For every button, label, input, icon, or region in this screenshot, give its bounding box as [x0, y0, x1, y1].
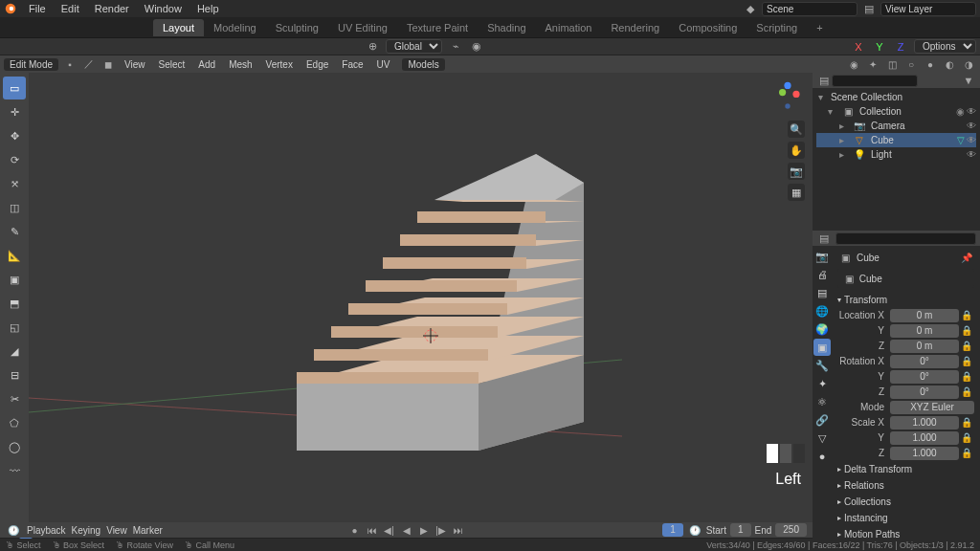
- keyframe-next-icon[interactable]: |▶: [434, 522, 449, 538]
- timeline-editor-icon[interactable]: 🕐: [6, 522, 21, 538]
- orientation-select[interactable]: Global: [386, 39, 442, 54]
- tab-sculpting[interactable]: Sculpting: [266, 19, 328, 36]
- eye-icon[interactable]: 👁: [967, 121, 976, 131]
- tool-smooth[interactable]: 〰: [3, 459, 26, 482]
- camera-view-icon[interactable]: 📷: [788, 163, 805, 180]
- ptab-physics[interactable]: ⚛: [813, 393, 831, 410]
- locy-field[interactable]: 0 m: [890, 324, 959, 338]
- menu-help[interactable]: Help: [189, 1, 227, 16]
- vertex-select-icon[interactable]: ▪: [62, 56, 78, 72]
- cube-row[interactable]: Cube: [871, 135, 894, 145]
- jump-start-icon[interactable]: ⏮: [365, 522, 380, 538]
- ptab-material[interactable]: ●: [813, 448, 831, 465]
- scz-field[interactable]: 1.000: [890, 447, 959, 460]
- play-reverse-icon[interactable]: ◀: [399, 522, 414, 538]
- nav-gizmo[interactable]: [770, 80, 805, 115]
- rotx-field[interactable]: 0°: [890, 355, 959, 368]
- filter-icon[interactable]: ▼: [961, 73, 976, 88]
- lock-icon[interactable]: 🔒: [959, 430, 974, 446]
- tab-layout[interactable]: Layout: [153, 19, 204, 36]
- lock-icon[interactable]: 🔒: [959, 369, 974, 385]
- lock-icon[interactable]: 🔒: [959, 415, 974, 430]
- tab-add[interactable]: +: [807, 19, 832, 36]
- play-icon[interactable]: ▶: [416, 522, 432, 538]
- current-frame-field[interactable]: 1: [662, 523, 683, 537]
- mesh-data-icon[interactable]: ▽: [957, 135, 965, 145]
- jump-end-icon[interactable]: ⏭: [451, 522, 466, 538]
- tool-bevel[interactable]: ◢: [3, 340, 26, 363]
- clock-icon[interactable]: 🕐: [687, 522, 702, 538]
- viewlayer-name-field[interactable]: [880, 2, 976, 16]
- tab-shading[interactable]: Shading: [478, 19, 535, 36]
- locz-field[interactable]: 0 m: [890, 340, 959, 353]
- menu-window[interactable]: Window: [137, 1, 189, 16]
- rotz-field[interactable]: 0°: [890, 386, 959, 399]
- menu-uv[interactable]: UV: [372, 57, 395, 72]
- overlays-icon[interactable]: ◉: [846, 56, 861, 72]
- tab-texturepaint[interactable]: Texture Paint: [397, 19, 478, 36]
- view-menu[interactable]: View: [106, 525, 127, 536]
- tool-add-cube[interactable]: ▣: [3, 268, 26, 291]
- ptab-output[interactable]: 🖨: [813, 266, 831, 283]
- outliner-search[interactable]: [832, 75, 918, 87]
- lock-icon[interactable]: 🔒: [959, 446, 974, 461]
- tab-uvediting[interactable]: UV Editing: [328, 19, 397, 36]
- start-frame-field[interactable]: 1: [730, 523, 751, 537]
- keying-menu[interactable]: Keying: [72, 525, 101, 536]
- scy-field[interactable]: 1.000: [890, 431, 959, 445]
- snap-toggle-icon[interactable]: ⌁: [448, 39, 463, 55]
- menu-view[interactable]: View: [120, 57, 150, 72]
- zoom-icon[interactable]: 🔍: [788, 121, 805, 138]
- ptab-mesh[interactable]: ▽: [813, 430, 831, 447]
- ptab-world[interactable]: 🌍: [813, 320, 831, 338]
- instancing-section[interactable]: Instancing: [837, 510, 974, 526]
- scene-name-field[interactable]: [762, 2, 858, 16]
- lock-icon[interactable]: 🔒: [959, 339, 974, 354]
- shading-matprev-icon[interactable]: ◐: [942, 56, 957, 72]
- xray-icon[interactable]: ◫: [884, 56, 900, 72]
- lock-icon[interactable]: 🔒: [959, 354, 974, 369]
- tool-polybuild[interactable]: ⬠: [3, 411, 26, 434]
- proportional-edit-icon[interactable]: ◉: [469, 39, 484, 55]
- tool-scale[interactable]: ⤧: [3, 172, 26, 195]
- shading-solid-icon[interactable]: ●: [923, 56, 938, 72]
- menu-mesh[interactable]: Mesh: [224, 57, 256, 72]
- face-select-icon[interactable]: ◼: [100, 56, 116, 72]
- ptab-modifier[interactable]: 🔧: [813, 357, 831, 374]
- gizmo-icon[interactable]: ✦: [865, 56, 880, 72]
- transform-section[interactable]: Transform: [837, 292, 974, 308]
- tool-annotate[interactable]: ✎: [3, 220, 26, 243]
- models-select[interactable]: Models: [402, 58, 444, 71]
- tab-compositing[interactable]: Compositing: [669, 19, 746, 36]
- tool-knife[interactable]: ✂: [3, 387, 26, 410]
- tool-transform[interactable]: ◫: [3, 196, 26, 219]
- tool-loopcut[interactable]: ⊟: [3, 364, 26, 386]
- autokey-icon[interactable]: ●: [347, 522, 363, 538]
- tool-move[interactable]: ✥: [3, 124, 26, 147]
- menu-select[interactable]: Select: [154, 57, 190, 72]
- outliner-editor-icon[interactable]: ▤: [816, 73, 832, 88]
- options-dropdown[interactable]: Options: [914, 39, 976, 54]
- menu-vertex[interactable]: Vertex: [261, 57, 298, 72]
- collections-section[interactable]: Collections: [837, 494, 974, 510]
- tool-inset[interactable]: ◱: [3, 316, 26, 339]
- delta-transform-section[interactable]: Delta Transform: [837, 461, 974, 477]
- playback-menu[interactable]: Playback: [27, 525, 66, 536]
- tab-animation[interactable]: Animation: [536, 19, 602, 36]
- props-editor-icon[interactable]: ▤: [816, 231, 832, 246]
- tab-rendering[interactable]: Rendering: [601, 19, 669, 36]
- menu-file[interactable]: File: [21, 1, 54, 16]
- perspective-toggle-icon[interactable]: ▦: [788, 184, 805, 201]
- pan-hand-icon[interactable]: ✋: [788, 142, 805, 159]
- ptab-particles[interactable]: ✦: [813, 375, 831, 392]
- marker-menu[interactable]: Marker: [133, 525, 163, 536]
- lock-icon[interactable]: 🔒: [959, 308, 974, 323]
- eye-icon[interactable]: 👁: [967, 106, 976, 117]
- 3d-viewport[interactable]: 🔍 ✋ 📷 ▦ Left: [29, 73, 813, 522]
- shading-wire-icon[interactable]: ○: [903, 56, 919, 72]
- edge-select-icon[interactable]: ／: [81, 56, 97, 72]
- roty-field[interactable]: 0°: [890, 370, 959, 384]
- tab-scripting[interactable]: Scripting: [746, 19, 807, 36]
- ptab-scene[interactable]: 🌐: [813, 302, 831, 320]
- tool-cursor[interactable]: ✛: [3, 100, 26, 123]
